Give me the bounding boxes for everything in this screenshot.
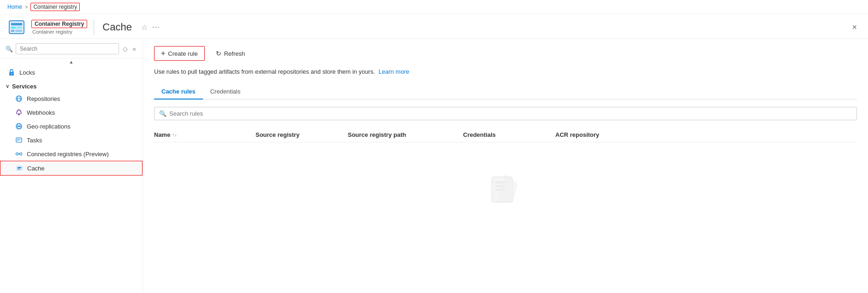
- sidebar-item-tasks[interactable]: Tasks: [0, 133, 143, 147]
- connected-registries-icon: [15, 150, 23, 158]
- sidebar-icon-controls: ◇ «: [122, 44, 137, 53]
- refresh-icon: ↻: [216, 50, 221, 57]
- sidebar-item-webhooks-label: Webhooks: [27, 109, 55, 116]
- sidebar-item-tasks-label: Tasks: [27, 137, 42, 144]
- sidebar: 🔍 ◇ « ▲ Locks ∨ Services: [0, 39, 143, 293]
- sort-icon-name[interactable]: ↑↓: [172, 132, 177, 137]
- sidebar-item-geo-replications[interactable]: Geo-replications: [0, 119, 143, 133]
- column-name: Name ↑↓: [154, 131, 256, 138]
- sidebar-search-bar: 🔍 ◇ «: [0, 39, 143, 59]
- header-title-block: Container Registry Container registry: [31, 20, 94, 35]
- search-input[interactable]: [16, 43, 119, 54]
- favorite-icon[interactable]: ☆: [141, 23, 148, 32]
- svg-rect-2: [11, 23, 22, 25]
- column-credentials: Credentials: [463, 131, 555, 138]
- sidebar-item-repositories-label: Repositories: [27, 95, 60, 102]
- refresh-label: Refresh: [224, 50, 245, 57]
- svg-rect-6: [15, 30, 22, 32]
- svg-point-21: [20, 153, 22, 155]
- sidebar-item-cache[interactable]: Cache: [0, 161, 143, 176]
- header-resource-type: Container registry: [31, 29, 87, 35]
- column-source-registry: Source registry: [256, 131, 348, 138]
- sidebar-item-locks-label: Locks: [19, 69, 35, 76]
- breadcrumb-bar: Home > Container registry: [0, 0, 868, 14]
- svg-rect-5: [11, 30, 14, 32]
- close-button[interactable]: ×: [848, 21, 861, 34]
- svg-rect-3: [11, 27, 16, 29]
- search-icon: 🔍: [6, 46, 13, 53]
- main-content: + Create rule ↻ Refresh Use rules to pul…: [143, 39, 868, 293]
- empty-state: [154, 142, 857, 236]
- tab-credentials[interactable]: Credentials: [203, 84, 248, 100]
- column-acr-repository: ACR repository: [555, 131, 857, 138]
- sidebar-section-services-label: Services: [12, 83, 37, 90]
- cache-icon: [15, 164, 24, 172]
- toolbar: + Create rule ↻ Refresh: [154, 46, 857, 61]
- more-options-icon[interactable]: ···: [152, 23, 160, 31]
- sidebar-item-webhooks[interactable]: Webhooks: [0, 105, 143, 119]
- lock-icon: [7, 68, 16, 76]
- refresh-button[interactable]: ↻ Refresh: [210, 47, 251, 60]
- svg-point-12: [18, 113, 20, 115]
- svg-point-8: [11, 73, 12, 74]
- column-source-registry-path: Source registry path: [348, 131, 463, 138]
- sidebar-section-services[interactable]: ∨ Services: [0, 79, 143, 92]
- breadcrumb-current[interactable]: Container registry: [30, 3, 80, 11]
- sidebar-item-geo-replications-label: Geo-replications: [27, 123, 71, 130]
- repositories-icon: [15, 94, 23, 103]
- scroll-up-icon: ▲: [69, 59, 74, 64]
- page-title: Cache: [102, 21, 132, 33]
- resource-icon: [7, 18, 26, 36]
- tab-cache-rules[interactable]: Cache rules: [154, 84, 203, 100]
- search-rules-bar: 🔍: [154, 107, 857, 120]
- svg-rect-4: [17, 27, 22, 29]
- svg-rect-17: [16, 138, 22, 142]
- svg-rect-25: [18, 169, 20, 170]
- collapse-icon[interactable]: «: [131, 44, 137, 53]
- geo-replications-icon: [15, 122, 23, 130]
- empty-icon: [487, 170, 524, 208]
- breadcrumb-separator: >: [25, 4, 28, 10]
- table-header: Name ↑↓ Source registry Source registry …: [154, 128, 857, 142]
- search-rules-icon: 🔍: [159, 110, 166, 117]
- sidebar-item-repositories[interactable]: Repositories: [0, 92, 143, 105]
- learn-more-link[interactable]: Learn more: [379, 68, 409, 75]
- tasks-icon: [15, 136, 23, 144]
- breadcrumb-home[interactable]: Home: [7, 4, 22, 10]
- sidebar-item-connected-registries-label: Connected registries (Preview): [27, 151, 109, 158]
- create-rule-label: Create rule: [168, 50, 197, 57]
- filter-icon[interactable]: ◇: [122, 44, 129, 53]
- sidebar-item-locks[interactable]: Locks: [0, 65, 143, 79]
- header-actions: ☆ ···: [141, 23, 160, 32]
- plus-icon: +: [161, 49, 165, 58]
- main-layout: 🔍 ◇ « ▲ Locks ∨ Services: [0, 39, 868, 293]
- svg-point-16: [18, 126, 20, 127]
- info-bar: Use rules to pull tagged artifacts from …: [154, 68, 857, 75]
- sidebar-item-connected-registries[interactable]: Connected registries (Preview): [0, 147, 143, 161]
- services-chevron-icon: ∨: [6, 83, 9, 89]
- svg-rect-24: [18, 167, 21, 168]
- svg-point-20: [16, 153, 18, 155]
- header-area: Container Registry Container registry Ca…: [0, 14, 868, 39]
- info-text: Use rules to pull tagged artifacts from …: [154, 68, 375, 75]
- search-rules-input[interactable]: [169, 110, 852, 117]
- scroll-indicator: ▲: [0, 59, 143, 65]
- tabs: Cache rules Credentials: [154, 84, 857, 100]
- header-resource-name: Container Registry: [31, 20, 87, 28]
- sidebar-item-cache-label: Cache: [27, 165, 45, 172]
- create-rule-button[interactable]: + Create rule: [154, 46, 205, 61]
- webhooks-icon: [15, 108, 23, 117]
